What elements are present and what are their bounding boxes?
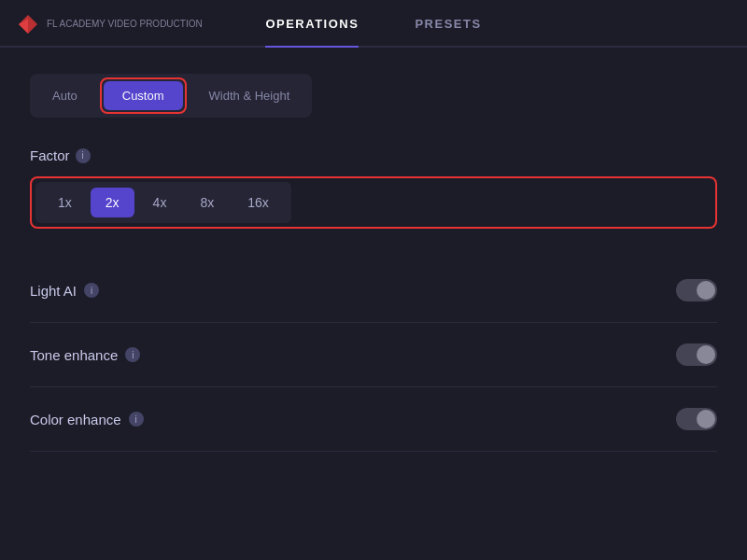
mode-btn-auto[interactable]: Auto — [34, 81, 96, 110]
main-content: Auto Custom Width & Height Factor i 1x 2… — [0, 48, 747, 560]
tone-enhance-toggle[interactable] — [676, 343, 717, 366]
factor-buttons-wrapper: 1x 2x 4x 8x 16x — [30, 176, 717, 229]
tab-operations[interactable]: OPERATIONS — [265, 17, 359, 46]
light-ai-info-icon[interactable]: i — [84, 283, 99, 298]
app-container: FL ACADEMY VIDEO PRODUCTION OPERATIONS P… — [0, 0, 747, 560]
color-enhance-label: Color enhance i — [30, 412, 144, 427]
color-enhance-toggle[interactable] — [676, 408, 717, 430]
tone-enhance-label: Tone enhance i — [30, 347, 140, 363]
factor-btn-8x[interactable]: 8x — [185, 188, 229, 217]
light-ai-toggle[interactable] — [676, 279, 717, 301]
custom-highlight-box: Custom — [100, 77, 187, 114]
factor-btn-16x[interactable]: 16x — [233, 188, 284, 217]
toggle-row-color-enhance: Color enhance i — [30, 387, 717, 452]
tone-enhance-info-icon[interactable]: i — [125, 347, 140, 362]
mode-selector: Auto Custom Width & Height — [30, 74, 312, 118]
light-ai-label-text: Light AI — [30, 283, 77, 299]
factor-buttons-group: 1x 2x 4x 8x 16x — [35, 182, 291, 223]
toggle-section: Light AI i Tone enhance i Color enhance … — [30, 259, 717, 452]
mode-btn-widthheight[interactable]: Width & Height — [190, 81, 309, 110]
tab-navigation: OPERATIONS PRESETS — [0, 0, 747, 48]
factor-label-text: Factor — [30, 147, 70, 163]
factor-label: Factor i — [30, 147, 717, 163]
factor-btn-1x[interactable]: 1x — [43, 188, 87, 217]
color-enhance-info-icon[interactable]: i — [129, 412, 144, 427]
factor-section: Factor i 1x 2x 4x 8x 16x — [30, 147, 717, 229]
mode-btn-custom[interactable]: Custom — [104, 81, 183, 110]
factor-info-icon[interactable]: i — [76, 148, 91, 163]
tone-enhance-label-text: Tone enhance — [30, 347, 118, 363]
factor-btn-4x[interactable]: 4x — [138, 188, 182, 217]
factor-btn-2x[interactable]: 2x — [91, 188, 134, 217]
toggle-row-light-ai: Light AI i — [30, 259, 717, 323]
tab-presets[interactable]: PRESETS — [415, 17, 481, 46]
color-enhance-label-text: Color enhance — [30, 412, 121, 427]
mode-selector-row: Auto Custom Width & Height — [30, 74, 717, 118]
light-ai-label: Light AI i — [30, 283, 99, 299]
toggle-row-tone-enhance: Tone enhance i — [30, 323, 717, 387]
